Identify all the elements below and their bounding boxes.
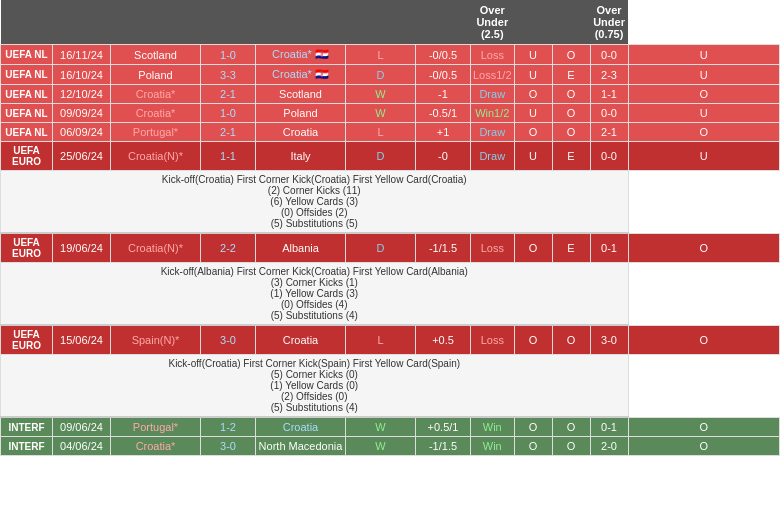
team2-name[interactable]: Croatia (256, 123, 346, 142)
match-date: 16/11/24 (53, 45, 111, 65)
ht-score: 2-1 (590, 123, 628, 142)
over-under-075: O (628, 437, 779, 456)
team2-name[interactable]: Italy (256, 142, 346, 171)
match-label: UEFA NL (1, 85, 53, 104)
odd-even: O (552, 104, 590, 123)
header-date (53, 0, 111, 45)
kickoff-row: Kick-off(Albania) First Corner Kick(Croa… (1, 263, 780, 326)
team2-name[interactable]: North Macedonia (256, 437, 346, 456)
table-row: UEFA EURO25/06/24Croatia(N)*1-1ItalyD-0D… (1, 142, 780, 171)
over-under-075: O (628, 123, 779, 142)
table-row: UEFA NL16/10/24Poland3-3Croatia* 🇭🇷D-0/0… (1, 65, 780, 85)
match-label: INTERF (1, 437, 53, 456)
kickoff-details: Kick-off(Croatia) First Corner Kick(Spai… (1, 355, 629, 418)
handicap-value: -1/1.5 (416, 233, 471, 263)
handicap-value: -0 (416, 142, 471, 171)
odds-result: Win (471, 417, 515, 437)
team1-name[interactable]: Croatia(N)* (111, 142, 201, 171)
kickoff-details: Kick-off(Albania) First Corner Kick(Croa… (1, 263, 629, 326)
header-ht (552, 0, 590, 45)
odd-even: O (552, 85, 590, 104)
team1-name[interactable]: Croatia(N)* (111, 233, 201, 263)
match-result: 2-1 (201, 123, 256, 142)
ht-score: 0-1 (590, 233, 628, 263)
team2-name[interactable]: Albania (256, 233, 346, 263)
team1-name[interactable]: Croatia* (111, 85, 201, 104)
handicap-value: +0.5/1 (416, 417, 471, 437)
ht-score: 0-1 (590, 417, 628, 437)
header-result (201, 0, 256, 45)
match-label: UEFA EURO (1, 233, 53, 263)
team1-name[interactable]: Croatia* (111, 104, 201, 123)
header-handicap (346, 0, 416, 45)
match-date: 16/10/24 (53, 65, 111, 85)
over-under-25: O (514, 123, 552, 142)
win-result: D (346, 142, 416, 171)
team2-name[interactable]: Croatia* 🇭🇷 (256, 65, 346, 85)
team2-name[interactable]: Croatia* 🇭🇷 (256, 45, 346, 65)
odds-result: Loss1/2 (471, 65, 515, 85)
win-result: W (346, 104, 416, 123)
over-under-075: U (628, 65, 779, 85)
match-date: 09/06/24 (53, 417, 111, 437)
over-under-25: U (514, 45, 552, 65)
win-result: W (346, 417, 416, 437)
team2-name[interactable]: Croatia (256, 417, 346, 437)
odds-result: Loss (471, 233, 515, 263)
team2-name[interactable]: Scotland (256, 85, 346, 104)
match-label: UEFA NL (1, 65, 53, 85)
over-under-075: U (628, 45, 779, 65)
handicap-value: -0/0.5 (416, 45, 471, 65)
ht-score: 1-1 (590, 85, 628, 104)
over-under-25: O (514, 325, 552, 355)
ht-score: 2-0 (590, 437, 628, 456)
over-under-075: U (628, 104, 779, 123)
odds-result: Draw (471, 142, 515, 171)
team2-name[interactable]: Croatia (256, 325, 346, 355)
odd-even: O (552, 325, 590, 355)
win-result: L (346, 45, 416, 65)
match-result: 2-1 (201, 85, 256, 104)
odd-even: O (552, 123, 590, 142)
handicap-value: -0/0.5 (416, 65, 471, 85)
odds-result: Win1/2 (471, 104, 515, 123)
match-label: UEFA NL (1, 104, 53, 123)
handicap-value: +1 (416, 123, 471, 142)
over-under-25: O (514, 233, 552, 263)
match-result: 2-2 (201, 233, 256, 263)
over-under-25: U (514, 142, 552, 171)
match-label: INTERF (1, 417, 53, 437)
team2-name[interactable]: Poland (256, 104, 346, 123)
table-row: UEFA EURO19/06/24Croatia(N)*2-2AlbaniaD-… (1, 233, 780, 263)
match-result: 3-0 (201, 437, 256, 456)
over-under-25: O (514, 417, 552, 437)
kickoff-row: Kick-off(Croatia) First Corner Kick(Croa… (1, 171, 780, 234)
over-under-25: O (514, 85, 552, 104)
team1-name[interactable]: Portugal* (111, 417, 201, 437)
match-date: 09/09/24 (53, 104, 111, 123)
over-under-25: O (514, 437, 552, 456)
ht-score: 0-0 (590, 104, 628, 123)
table-row: INTERF04/06/24Croatia*3-0North Macedonia… (1, 437, 780, 456)
over-under-075: O (628, 325, 779, 355)
team1-name[interactable]: Spain(N)* (111, 325, 201, 355)
team1-name[interactable]: Croatia* (111, 437, 201, 456)
odds-result: Draw (471, 85, 515, 104)
win-result: W (346, 85, 416, 104)
odds-result: Win (471, 437, 515, 456)
team1-name[interactable]: Portugal* (111, 123, 201, 142)
odd-even: E (552, 233, 590, 263)
match-label: UEFA EURO (1, 325, 53, 355)
kickoff-row: Kick-off(Croatia) First Corner Kick(Spai… (1, 355, 780, 418)
match-label: UEFA NL (1, 45, 53, 65)
team1-name[interactable]: Scotland (111, 45, 201, 65)
handicap-value: -1/1.5 (416, 437, 471, 456)
match-result: 3-3 (201, 65, 256, 85)
handicap-value: +0.5 (416, 325, 471, 355)
table-row: UEFA NL12/10/24Croatia*2-1ScotlandW-1Dra… (1, 85, 780, 104)
team1-name[interactable]: Poland (111, 65, 201, 85)
match-date: 25/06/24 (53, 142, 111, 171)
over-under-25: U (514, 65, 552, 85)
odd-even: O (552, 437, 590, 456)
ht-score: 0-0 (590, 142, 628, 171)
